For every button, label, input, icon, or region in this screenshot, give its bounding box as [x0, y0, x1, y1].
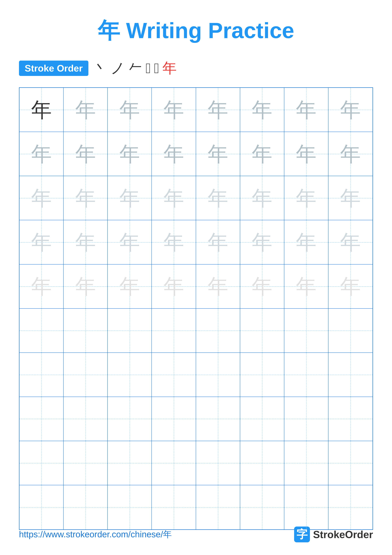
grid-row-9 [20, 441, 372, 485]
grid-cell-3-6: 年 [240, 176, 284, 220]
grid-cell-3-3: 年 [108, 176, 152, 220]
grid-cell-2-8: 年 [328, 132, 372, 176]
grid-cell-1-2: 年 [64, 88, 108, 132]
grid-cell-2-7: 年 [284, 132, 328, 176]
title-label: Writing Practice [126, 18, 294, 43]
grid-cell-2-3: 年 [108, 132, 152, 176]
grid-cell-2-6: 年 [240, 132, 284, 176]
stroke-order-badge: Stroke Order [19, 61, 88, 76]
grid-cell-8-2 [64, 397, 108, 441]
stroke-5: 𠄌 [154, 60, 159, 76]
grid-cell-10-8 [328, 485, 372, 529]
grid-cell-3-4: 年 [152, 176, 196, 220]
grid-cell-4-8: 年 [328, 220, 372, 264]
grid-cell-3-7: 年 [284, 176, 328, 220]
grid-cell-7-2 [64, 353, 108, 397]
stroke-4: 𠃊 [146, 60, 151, 76]
grid-cell-5-4: 年 [152, 264, 196, 309]
grid-cell-8-8 [328, 397, 372, 441]
grid-cell-5-3: 年 [108, 264, 152, 309]
footer-brand: 字 StrokeOrder [294, 526, 373, 542]
grid-cell-10-7 [284, 485, 328, 529]
grid-cell-10-6 [240, 485, 284, 529]
stroke-3: 𠂉 [128, 60, 143, 76]
grid-cell-1-3: 年 [108, 88, 152, 132]
grid-cell-5-1: 年 [20, 264, 64, 309]
page: 年 Writing Practice Stroke Order 丶 ノ 𠂉 𠃊 … [0, 0, 392, 555]
grid-cell-5-5: 年 [196, 264, 240, 309]
grid-cell-3-2: 年 [64, 176, 108, 220]
grid-cell-1-4: 年 [152, 88, 196, 132]
grid-cell-10-4 [152, 485, 196, 529]
grid-cell-1-5: 年 [196, 88, 240, 132]
footer-logo: 字 [294, 526, 310, 542]
grid-cell-10-2 [64, 485, 108, 529]
grid-cell-4-3: 年 [108, 220, 152, 264]
grid-cell-5-7: 年 [284, 264, 328, 309]
grid-cell-9-6 [240, 441, 284, 485]
stroke-2: ノ [111, 58, 125, 78]
grid-cell-8-4 [152, 397, 196, 441]
grid-cell-3-8: 年 [328, 176, 372, 220]
grid-row-5: 年 年 年 年 年 年 年 年 [20, 264, 372, 309]
grid-cell-7-1 [20, 353, 64, 397]
grid-cell-4-2: 年 [64, 220, 108, 264]
grid-cell-7-3 [108, 353, 152, 397]
grid-cell-1-8: 年 [328, 88, 372, 132]
grid-cell-5-2: 年 [64, 264, 108, 309]
grid-cell-4-4: 年 [152, 220, 196, 264]
grid-cell-8-1 [20, 397, 64, 441]
practice-grid: 年 年 年 年 年 年 年 年 年 年 年 年 年 年 年 年 年 年 年 年 … [19, 87, 373, 530]
grid-cell-10-5 [196, 485, 240, 529]
grid-cell-9-8 [328, 441, 372, 485]
grid-row-7 [20, 353, 372, 397]
grid-row-10 [20, 485, 372, 529]
grid-cell-9-2 [64, 441, 108, 485]
grid-cell-7-7 [284, 353, 328, 397]
grid-cell-9-5 [196, 441, 240, 485]
grid-cell-7-6 [240, 353, 284, 397]
grid-cell-3-1: 年 [20, 176, 64, 220]
grid-cell-2-5: 年 [196, 132, 240, 176]
footer-brand-name: StrokeOrder [313, 529, 373, 540]
grid-cell-6-3 [108, 309, 152, 353]
grid-row-1: 年 年 年 年 年 年 年 年 [20, 88, 372, 132]
grid-cell-6-5 [196, 309, 240, 353]
grid-row-4: 年 年 年 年 年 年 年 年 [20, 220, 372, 264]
grid-cell-4-7: 年 [284, 220, 328, 264]
grid-cell-2-2: 年 [64, 132, 108, 176]
grid-cell-4-6: 年 [240, 220, 284, 264]
grid-cell-6-4 [152, 309, 196, 353]
stroke-1: 丶 [93, 58, 107, 78]
grid-row-6 [20, 309, 372, 353]
grid-cell-7-8 [328, 353, 372, 397]
grid-cell-9-4 [152, 441, 196, 485]
grid-cell-5-6: 年 [240, 264, 284, 309]
grid-cell-8-5 [196, 397, 240, 441]
page-title: 年 Writing Practice [19, 16, 373, 46]
grid-cell-5-8: 年 [328, 264, 372, 309]
grid-cell-8-7 [284, 397, 328, 441]
grid-row-3: 年 年 年 年 年 年 年 年 [20, 176, 372, 220]
grid-cell-4-1: 年 [20, 220, 64, 264]
stroke-sequence: 丶 ノ 𠂉 𠃊 𠄌 年 [93, 58, 177, 78]
grid-cell-8-3 [108, 397, 152, 441]
stroke-order-section: Stroke Order 丶 ノ 𠂉 𠃊 𠄌 年 [19, 58, 373, 78]
grid-row-2: 年 年 年 年 年 年 年 年 [20, 132, 372, 176]
grid-cell-1-1: 年 [20, 88, 64, 132]
grid-cell-9-3 [108, 441, 152, 485]
grid-cell-3-5: 年 [196, 176, 240, 220]
grid-cell-9-7 [284, 441, 328, 485]
stroke-6-final: 年 [162, 58, 177, 78]
grid-row-8 [20, 397, 372, 441]
grid-cell-9-1 [20, 441, 64, 485]
footer-url: https://www.strokeorder.com/chinese/年 [19, 529, 172, 540]
grid-cell-10-3 [108, 485, 152, 529]
grid-cell-1-6: 年 [240, 88, 284, 132]
footer: https://www.strokeorder.com/chinese/年 字 … [19, 526, 373, 542]
grid-cell-6-7 [284, 309, 328, 353]
grid-cell-6-8 [328, 309, 372, 353]
grid-cell-6-2 [64, 309, 108, 353]
grid-cell-4-5: 年 [196, 220, 240, 264]
grid-cell-6-1 [20, 309, 64, 353]
